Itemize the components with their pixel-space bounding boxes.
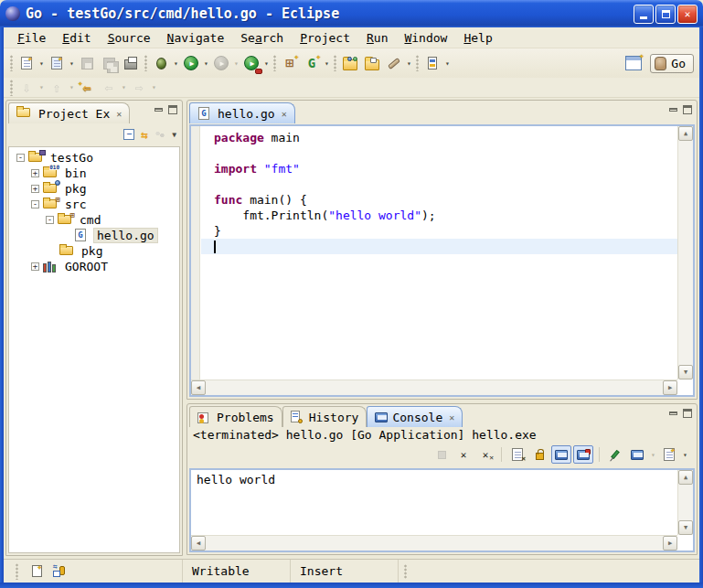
tree-item-goroot[interactable]: + GOROOT <box>9 259 179 274</box>
annotation-ruler[interactable] <box>191 126 200 380</box>
menu-edit[interactable]: Edit <box>54 29 99 47</box>
display-selected-console-button[interactable] <box>627 445 647 464</box>
maximize-window-button[interactable] <box>655 5 676 24</box>
debug-button[interactable] <box>150 52 172 74</box>
open-resource-button[interactable] <box>361 52 383 74</box>
remove-launch-button[interactable]: ✕ <box>453 445 474 464</box>
expand-expander-icon[interactable]: + <box>31 185 39 193</box>
new-go-element-button[interactable]: G✦ <box>301 52 323 74</box>
view-menu-button[interactable]: ▼ <box>172 131 176 139</box>
scroll-lock-button[interactable] <box>529 445 549 464</box>
collapse-expander-icon[interactable]: - <box>31 200 39 208</box>
editor-horizontal-scrollbar[interactable]: ◀ ▶ <box>191 380 677 395</box>
code-area[interactable]: package main import "fmt" func main() { … <box>201 126 677 380</box>
new-go-element-dropdown[interactable]: ▾ <box>323 59 331 68</box>
new-project-button[interactable]: ✦ <box>46 52 68 74</box>
external-tools-dropdown[interactable]: ▾ <box>262 59 271 68</box>
menu-source[interactable]: Source <box>100 29 159 47</box>
open-console-dropdown[interactable]: ▾ <box>681 451 689 459</box>
toolbar-grip[interactable] <box>10 80 13 96</box>
tree-item-src[interactable]: - ⊞ src <box>9 197 179 212</box>
tab-problems[interactable]: Problems <box>189 406 282 427</box>
scroll-left-button[interactable]: ◀ <box>191 380 206 395</box>
open-type-button[interactable] <box>339 52 361 74</box>
annotation-navigation-dropdown[interactable]: ▾ <box>443 59 452 68</box>
tree-item-testgo[interactable]: - testGo <box>9 150 179 166</box>
collapse-expander-icon[interactable]: - <box>46 216 54 224</box>
toolbar-grip[interactable] <box>273 55 276 71</box>
last-edit-location-button[interactable]: ⇦✦ <box>76 79 98 97</box>
maximize-console-button[interactable] <box>683 409 692 418</box>
menu-run[interactable]: Run <box>358 29 396 47</box>
new-wizard-dropdown[interactable]: ▾ <box>37 59 46 68</box>
console-vertical-scrollbar[interactable]: ▲ ▼ <box>677 470 693 535</box>
menu-help[interactable]: Help <box>455 29 500 47</box>
minimize-console-button[interactable] <box>669 412 677 415</box>
scroll-left-button[interactable]: ◀ <box>191 536 206 551</box>
go-perspective-button[interactable]: Go <box>650 54 694 73</box>
scroll-down-button[interactable]: ▼ <box>678 365 693 380</box>
expand-expander-icon[interactable]: + <box>31 169 39 177</box>
annotation-navigation-button[interactable] <box>421 52 443 74</box>
scroll-up-button[interactable]: ▲ <box>678 470 693 485</box>
toolbar-grip[interactable] <box>416 55 419 71</box>
run-button[interactable]: ▶ <box>180 52 202 74</box>
console-output-text[interactable]: hello world <box>193 470 677 535</box>
show-console-on-error-button[interactable] <box>573 445 593 464</box>
expand-expander-icon[interactable]: + <box>31 262 39 271</box>
new-wizard-button[interactable]: ✦ <box>16 52 37 74</box>
search-button[interactable] <box>383 52 405 74</box>
open-perspective-button[interactable]: ✦ <box>623 52 644 74</box>
scroll-up-button[interactable]: ▲ <box>678 126 693 141</box>
pin-console-button[interactable] <box>605 445 625 464</box>
menu-window[interactable]: Window <box>396 29 455 47</box>
new-project-dropdown[interactable]: ▾ <box>68 59 76 68</box>
statusbar-grip[interactable] <box>404 564 407 579</box>
tree-item-hello-go[interactable]: G hello.go <box>9 228 179 243</box>
link-with-editor-button[interactable]: ⇆ <box>141 128 148 142</box>
toolbar-grip[interactable] <box>144 55 147 71</box>
tab-console[interactable]: Console ✕ <box>367 406 463 427</box>
scroll-down-button[interactable]: ▼ <box>678 520 693 535</box>
minimize-view-button[interactable] <box>154 108 163 112</box>
close-console-tab-icon[interactable]: ✕ <box>449 412 454 422</box>
minimize-window-button[interactable] <box>634 5 654 24</box>
close-editor-tab-icon[interactable]: ✕ <box>282 109 287 119</box>
close-window-button[interactable]: ✕ <box>677 5 698 24</box>
tree-item-bin[interactable]: + 010 bin <box>9 166 179 181</box>
external-tools-button[interactable]: ▶ <box>240 52 262 74</box>
minimize-editor-button[interactable] <box>669 108 677 112</box>
close-explorer-tab-icon[interactable]: ✕ <box>116 109 122 119</box>
menu-project[interactable]: Project <box>292 29 358 47</box>
maximize-view-button[interactable] <box>168 105 177 114</box>
toolbar-grip[interactable] <box>10 55 13 71</box>
scroll-right-button[interactable]: ▶ <box>663 380 677 395</box>
tree-item-pkg[interactable]: + pkg <box>9 181 179 197</box>
maximize-editor-button[interactable] <box>683 105 692 114</box>
print-button[interactable] <box>120 52 142 74</box>
editor-vertical-scrollbar[interactable]: ▲ ▼ <box>677 126 693 380</box>
fast-view-icon[interactable]: ✦ <box>32 565 42 577</box>
tree-item-cmd[interactable]: - ⊞ cmd <box>9 212 179 228</box>
debug-dropdown[interactable]: ▾ <box>172 59 180 68</box>
collapse-expander-icon[interactable]: - <box>16 154 25 162</box>
open-console-button[interactable]: ✦ <box>659 445 679 464</box>
tab-project-explorer[interactable]: Project Ex ✕ <box>8 102 130 123</box>
new-go-project-button[interactable]: ⊞✦ <box>279 52 301 74</box>
show-console-on-output-button[interactable] <box>551 445 571 464</box>
toolbar-grip[interactable] <box>334 55 336 71</box>
menu-navigate[interactable]: Navigate <box>159 29 233 47</box>
console-horizontal-scrollbar[interactable]: ◀ ▶ <box>191 535 677 551</box>
remove-all-terminated-button[interactable]: ✕ <box>475 445 495 464</box>
menu-file[interactable]: File <box>9 29 54 47</box>
scroll-right-button[interactable]: ▶ <box>663 536 677 551</box>
tab-hello-go[interactable]: G hello.go ✕ <box>189 102 295 123</box>
search-dropdown[interactable]: ▾ <box>405 59 413 68</box>
minimized-view-stack-icon[interactable]: ⇆ <box>53 565 65 577</box>
run-dropdown[interactable]: ▾ <box>202 59 210 68</box>
collapse-all-button[interactable]: − <box>123 129 134 140</box>
statusbar-grip[interactable] <box>16 563 18 580</box>
tab-history[interactable]: History <box>282 406 367 427</box>
clear-console-button[interactable]: ✕ <box>507 445 527 464</box>
menu-search[interactable]: Search <box>232 29 292 47</box>
